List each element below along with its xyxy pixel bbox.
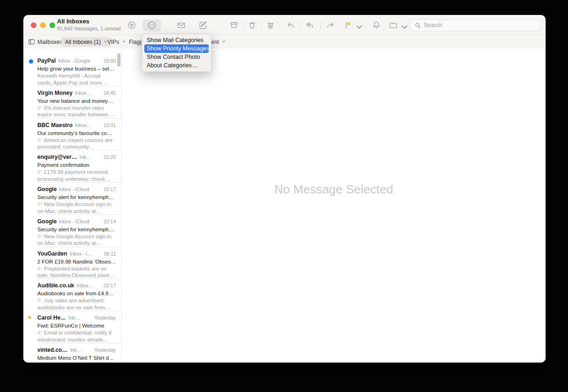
summary-icon [37, 330, 43, 335]
menu-item-show-mail-categories[interactable]: Show Mail Categories [142, 36, 211, 44]
message-subject: 2 FOR £19.98 Nandina ‘Obses… [37, 258, 116, 265]
message-preview: Email is confidential; notify if misdire… [37, 329, 116, 343]
message-subject: Fwd: ESRFunCo | Welcome [37, 322, 116, 329]
flag-options-chevron-icon[interactable] [355, 22, 360, 28]
message-sender: Carol He… [37, 314, 66, 321]
summary-icon [37, 138, 43, 143]
close-window-button[interactable] [31, 22, 36, 28]
favorite-vips[interactable]: VIPs [107, 35, 126, 49]
sidebar-icon [28, 38, 35, 45]
minimize-window-button[interactable] [40, 22, 46, 28]
compose-icon[interactable] [199, 21, 208, 30]
message-sender: enquiry@ver… [37, 154, 77, 160]
chevron-down-icon [121, 39, 126, 45]
message-subject: Our community’s favourite co… [37, 129, 116, 137]
message-sender: Audible.co.uk [37, 282, 74, 289]
more-options-button[interactable] [142, 19, 161, 31]
message-list-item[interactable]: ★ Carol He…Inb…Yesterday Fwd: ESRFunCo |… [23, 311, 121, 343]
window-subtitle: 91,642 messages, 1 unread [57, 25, 121, 32]
archive-icon[interactable] [229, 21, 239, 30]
empty-state-text: No Message Selected [274, 182, 393, 197]
message-sender: PayPal [37, 57, 56, 64]
message-time: 03:17 [104, 283, 116, 288]
message-time: 06:11 [104, 251, 116, 257]
reply-all-icon[interactable] [305, 21, 314, 30]
move-to-folder-icon[interactable] [389, 21, 398, 30]
toolbar-divider [353, 22, 353, 29]
chevron-down-icon [221, 39, 226, 45]
message-time: 10:25 [104, 154, 116, 160]
sent-label: ent [211, 39, 219, 45]
message-preview: “Medium Mens O’Neil T Shirt” [37, 362, 116, 363]
toolbar-divider [261, 22, 262, 29]
menu-item-about-categories[interactable]: About Categories… [142, 61, 211, 70]
message-list-pane: PayPalInbox - Google18:00 Help grow your… [23, 49, 122, 363]
menu-item-show-contact-photo[interactable]: Show Contact Photo [142, 53, 211, 61]
message-time: 18:00 [104, 58, 116, 64]
favorite-sent[interactable]: ent [211, 35, 226, 49]
reply-icon[interactable] [286, 21, 296, 30]
message-list: PayPalInbox - Google18:00 Help grow your… [23, 49, 121, 363]
summary-icon [37, 106, 43, 110]
message-sender: YouGarden [37, 250, 67, 257]
message-mailbox: Inb… [79, 154, 91, 160]
window-title-block: All Inboxes 91,642 messages, 1 unread [57, 18, 121, 32]
search-input[interactable]: Search [410, 19, 541, 31]
message-sender: Virgin Money [37, 90, 72, 96]
message-mailbox: Inbox… [75, 122, 92, 128]
zoom-window-button[interactable] [50, 22, 55, 28]
message-preview: Preplanted baskets are on sale; Nandina … [37, 265, 116, 279]
mailboxes-label: Mailboxes [37, 39, 63, 45]
menu-item-show-priority-messages[interactable]: Show Priority Messages [144, 44, 209, 53]
message-list-item[interactable]: Audible.co.ukInbox…03:17 Audiobooks on s… [23, 279, 121, 311]
message-list-item[interactable]: PayPalInbox - Google18:00 Help grow your… [23, 54, 121, 86]
message-preview: New Google Account sign-in on Mac; check… [37, 233, 116, 247]
junk-icon[interactable] [266, 21, 275, 30]
list-scrollbar[interactable] [117, 53, 121, 66]
message-mailbox: Inbox… [75, 90, 92, 96]
message-preview: July sales are advertised; audiobooks ar… [37, 297, 116, 311]
message-list-item[interactable]: GoogleInbox - iCloud10:17 Security alert… [23, 183, 121, 215]
favorites-bar: Mailboxes All Inboxes (1) VIPs Flagge en… [23, 35, 546, 49]
message-subject: Security alert for kennyhemph… [37, 193, 116, 201]
message-mailbox: Inbox… [77, 283, 93, 288]
message-list-item[interactable]: YouGardenInbox - i…06:11 2 FOR £19.98 Na… [23, 247, 121, 279]
message-time: Yesterday [94, 347, 116, 353]
get-mail-icon[interactable] [177, 21, 186, 30]
message-time: 13:01 [104, 122, 116, 128]
summary-icon [37, 170, 43, 174]
message-list-item[interactable]: BBC MaestroInbox…13:01 Our community’s f… [23, 119, 121, 151]
message-list-item[interactable]: enquiry@ver…Inb…10:25 Payment confirmati… [23, 150, 121, 183]
vips-label: VIPs [107, 39, 119, 45]
message-sender: vinted.co… [37, 347, 68, 353]
message-subject: Medium Mens O’Neil T Shirt d… [37, 354, 116, 362]
summary-icon [37, 234, 43, 239]
filter-icon[interactable] [127, 21, 136, 30]
message-list-item[interactable]: Virgin MoneyInbox…16:45 Your new balance… [23, 86, 121, 119]
toolbar-divider [243, 22, 243, 29]
message-subject: Your new balance and money… [37, 97, 116, 105]
search-placeholder: Search [424, 22, 442, 29]
message-sender: Google [37, 186, 57, 192]
message-mailbox: Inbox - iCloud [59, 186, 89, 192]
message-list-item[interactable]: GoogleInbox - iCloud10:14 Security alert… [23, 215, 121, 247]
content-area: PayPalInbox - Google18:00 Help grow your… [23, 49, 546, 363]
trash-icon[interactable] [248, 21, 257, 30]
message-list-item[interactable]: vinted.co…Inb…Yesterday Medium Mens O’Ne… [23, 343, 121, 363]
message-time: Yesterday [94, 315, 116, 321]
message-sender: Google [37, 218, 57, 225]
toolbar-divider [320, 22, 321, 29]
message-subject: Help grow your business – sel… [37, 65, 116, 72]
flag-icon[interactable] [344, 21, 353, 30]
forward-icon[interactable] [326, 21, 335, 30]
move-options-chevron-icon[interactable] [400, 22, 405, 28]
message-preview: 0% interest transfer rates expire soon; … [37, 105, 116, 118]
summary-icon [37, 202, 43, 207]
toolbar-divider [301, 22, 301, 29]
mute-bell-icon[interactable] [372, 21, 381, 30]
mailboxes-toggle[interactable]: Mailboxes [28, 35, 63, 49]
unread-indicator [29, 59, 33, 64]
more-options-menu: Show Mail Categories Show Priority Messa… [142, 34, 212, 72]
message-mailbox: Inb… [68, 315, 80, 321]
favorite-all-inboxes[interactable]: All Inboxes (1) [61, 37, 112, 47]
